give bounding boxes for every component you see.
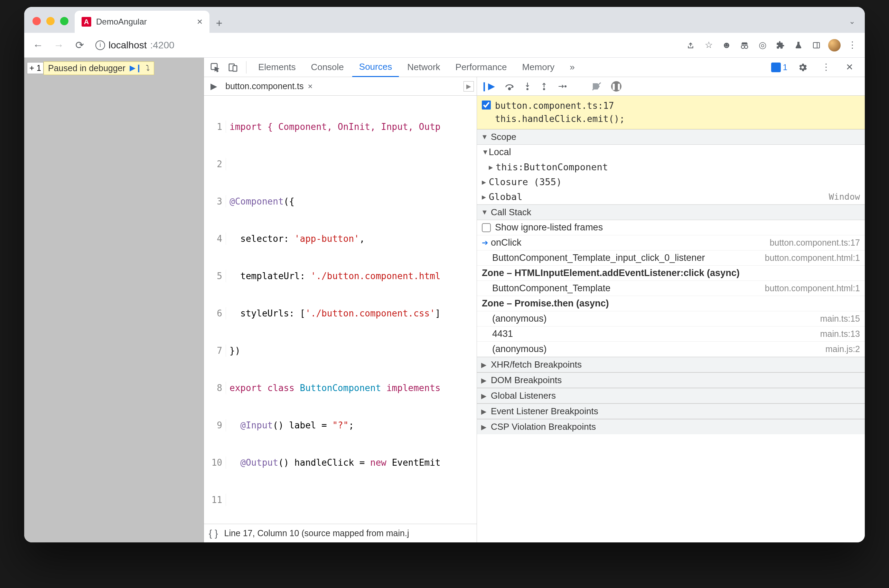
section-xhr[interactable]: ▶XHR/fetch Breakpoints <box>477 357 865 372</box>
angular-favicon: A <box>81 17 91 27</box>
devtools: Elements Console Sources Network Perform… <box>204 58 865 542</box>
toolbar: ← → ⟳ i localhost:4200 ☆ ☻ ◎ ⋮ <box>24 33 865 58</box>
bookmark-icon[interactable]: ☆ <box>702 38 715 52</box>
address-bar[interactable]: i localhost:4200 <box>92 40 174 51</box>
side-panel-icon[interactable] <box>809 38 823 52</box>
step-out-button[interactable] <box>541 82 548 91</box>
section-dom[interactable]: ▶DOM Breakpoints <box>477 372 865 388</box>
editor-file-tab[interactable]: button.component.ts × <box>221 81 318 91</box>
tab-close-icon[interactable]: × <box>197 16 203 27</box>
breakpoint-code: this.handleClick.emit(); <box>495 112 625 125</box>
tab-elements[interactable]: Elements <box>251 58 302 77</box>
content-area: + 1 Paused in debugger ▶❙ ⤵ Elements Con… <box>24 58 865 542</box>
extension-icon-incognito[interactable] <box>737 38 751 52</box>
labs-icon[interactable] <box>791 38 805 52</box>
tab-network[interactable]: Network <box>400 58 447 77</box>
svg-point-7 <box>508 88 511 90</box>
step-button[interactable] <box>557 83 567 90</box>
debugger-controls: ❙▶ ❚❚ <box>477 77 865 96</box>
tab-performance[interactable]: Performance <box>449 58 514 77</box>
deactivate-breakpoints-button[interactable] <box>592 82 601 91</box>
site-info-icon[interactable]: i <box>95 40 105 50</box>
page-viewport: + 1 Paused in debugger ▶❙ ⤵ <box>24 58 204 542</box>
pretty-print-icon[interactable]: { } <box>209 528 218 539</box>
close-file-icon[interactable]: × <box>308 81 313 91</box>
browser-tab[interactable]: A DemoAngular × <box>75 11 209 33</box>
svg-point-0 <box>742 45 745 48</box>
extension-icon-1[interactable]: ☻ <box>719 38 733 52</box>
tab-memory[interactable]: Memory <box>515 58 561 77</box>
callstack-frame[interactable]: ButtonComponent_Templatebutton.component… <box>477 281 865 296</box>
editor-statusbar: { } Line 17, Column 10 (source mapped fr… <box>204 524 477 542</box>
overlay-left-widget[interactable]: + 1 <box>27 62 44 74</box>
tab-sources[interactable]: Sources <box>352 58 399 77</box>
browser-window: A DemoAngular × + ⌄ ← → ⟳ i localhost:42… <box>24 7 865 542</box>
scope-this[interactable]: ▶this: ButtonComponent <box>477 160 865 174</box>
devtools-tabbar: Elements Console Sources Network Perform… <box>204 58 865 77</box>
tabs-more[interactable]: » <box>563 58 581 77</box>
overlay-resume-icon[interactable]: ▶❙ <box>130 64 142 72</box>
sources-panel: ▶ button.component.ts × ▶ 1import { Comp… <box>204 77 865 542</box>
tabs-overflow-button[interactable]: ⌄ <box>849 17 859 33</box>
callstack-frame[interactable]: 4431main.ts:13 <box>477 327 865 342</box>
new-tab-button[interactable]: + <box>209 14 229 33</box>
forward-button[interactable]: → <box>51 37 67 54</box>
issues-button[interactable]: 1 <box>771 63 787 72</box>
tab-strip: A DemoAngular × + ⌄ <box>24 7 865 33</box>
tab-console[interactable]: Console <box>304 58 350 77</box>
back-button[interactable]: ← <box>30 37 46 54</box>
callstack-frame[interactable]: ➔onClickbutton.component.ts:17 <box>477 235 865 250</box>
share-icon[interactable] <box>684 38 698 52</box>
callstack-frame[interactable]: ButtonComponent_Template_input_click_0_l… <box>477 250 865 266</box>
breakpoint-checkbox[interactable] <box>482 100 491 110</box>
tab-title: DemoAngular <box>96 17 147 27</box>
maximize-window-button[interactable] <box>60 17 68 25</box>
resume-button[interactable]: ❙▶ <box>481 81 495 92</box>
callstack-frame[interactable]: Zone – Promise.then (async) <box>477 296 865 311</box>
callstack-frame[interactable]: (anonymous)main.js:2 <box>477 342 865 357</box>
cursor-position: Line 17, Column 10 (source mapped from m… <box>224 528 409 538</box>
section-scope[interactable]: ▼Scope <box>477 129 865 145</box>
paused-label: Paused in debugger <box>48 63 125 73</box>
section-csp[interactable]: ▶CSP Violation Breakpoints <box>477 419 865 434</box>
browser-menu-icon[interactable]: ⋮ <box>845 38 859 52</box>
scope-closure[interactable]: ▶Closure (355) <box>477 174 865 189</box>
minimize-window-button[interactable] <box>46 17 55 25</box>
close-window-button[interactable] <box>33 17 41 25</box>
callstack-frame[interactable]: (anonymous)main.ts:15 <box>477 311 865 327</box>
svg-point-8 <box>526 88 529 90</box>
more-tabs-icon[interactable]: ▶ <box>464 81 474 92</box>
svg-rect-6 <box>233 66 237 71</box>
breakpoint-hit: button.component.ts:17 this.handleClick.… <box>477 96 865 129</box>
device-toggle-icon[interactable] <box>225 59 241 76</box>
paused-overlay: + 1 Paused in debugger ▶❙ ⤵ <box>27 60 154 76</box>
overlay-step-icon[interactable]: ⤵ <box>146 64 150 72</box>
scope-local[interactable]: ▼Local <box>477 145 865 160</box>
settings-gear-icon[interactable] <box>794 59 811 76</box>
navigator-toggle-icon[interactable]: ▶ <box>207 81 221 91</box>
callstack-frame[interactable]: Zone – HTMLInputElement.addEventListener… <box>477 266 865 281</box>
step-over-button[interactable] <box>505 82 514 90</box>
window-controls <box>30 17 75 33</box>
breakpoint-file: button.component.ts:17 <box>495 99 625 112</box>
extensions-puzzle-icon[interactable] <box>773 38 787 52</box>
pause-exceptions-button[interactable]: ❚❚ <box>611 81 622 92</box>
devtools-menu-icon[interactable]: ⋮ <box>818 59 834 76</box>
devtools-close-icon[interactable]: ✕ <box>841 59 858 76</box>
scope-global[interactable]: ▶GlobalWindow <box>477 189 865 204</box>
show-ignore-listed[interactable]: Show ignore-listed frames <box>477 220 865 235</box>
url-host: localhost <box>108 40 147 51</box>
section-global-listeners[interactable]: ▶Global Listeners <box>477 388 865 404</box>
inspect-element-icon[interactable] <box>207 59 223 76</box>
step-into-button[interactable] <box>524 82 531 91</box>
debugger-sidebar: ❙▶ ❚❚ button.component.ts:17 this <box>477 77 865 542</box>
section-callstack[interactable]: ▼Call Stack <box>477 204 865 220</box>
profile-avatar[interactable] <box>827 38 841 52</box>
section-event-listener[interactable]: ▶Event Listener Breakpoints <box>477 404 865 419</box>
extension-icon-3[interactable]: ◎ <box>755 38 769 52</box>
reload-button[interactable]: ⟳ <box>71 37 88 54</box>
svg-point-1 <box>745 45 748 48</box>
svg-point-10 <box>565 86 566 87</box>
source-code[interactable]: 1import { Component, OnInit, Input, Outp… <box>204 96 477 524</box>
svg-rect-2 <box>813 42 820 48</box>
